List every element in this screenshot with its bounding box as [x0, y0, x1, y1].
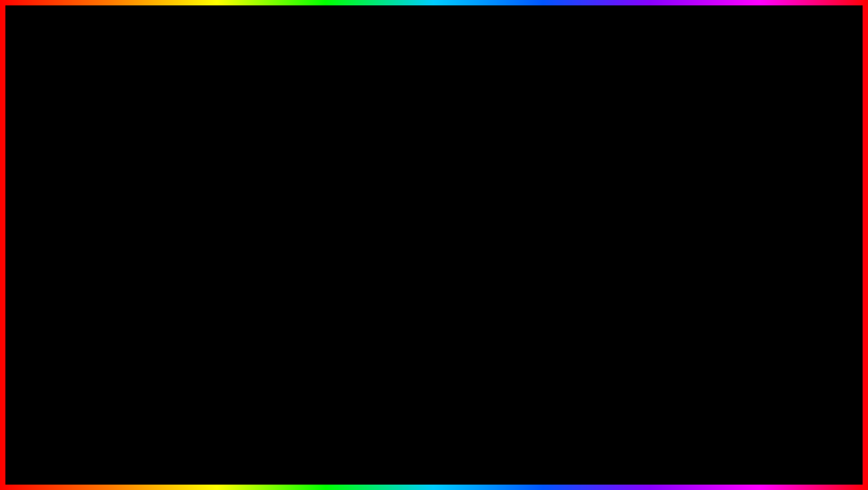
- lvl-badge-text: LVL 4000: [70, 151, 210, 185]
- farm-col: Farm ✕ --Sea 2 Status-- Sea 2 Quest: ✗ -…: [139, 192, 215, 314]
- auto-ken-row: Auto Ken: [218, 220, 287, 227]
- auto-tashi-label: Auto Tashi Blade: [142, 273, 179, 279]
- sidebar-item-webhook-w2[interactable]: Webhook: [103, 250, 139, 264]
- inf-geppo-row: Inf Geppo: [218, 229, 287, 236]
- window-2-close-icon[interactable]: ✕: [280, 181, 285, 186]
- turn-off-label: Turn off Start Farm before use: [142, 257, 212, 262]
- sidebar-item-graphic-w2[interactable]: Graphic: [103, 264, 139, 278]
- auto-ken-label: Auto Ken: [218, 221, 238, 226]
- window-2-content: Farm ✕ --Sea 2 Status-- Sea 2 Quest: ✗ -…: [139, 192, 290, 314]
- auto-tashi-toggle[interactable]: [197, 272, 212, 280]
- window-2-sidebar: Main Stats Teleport Misc Webhook Graphic…: [103, 192, 139, 314]
- window-1-title: Hoho Hub [King Legacy]: [54, 128, 122, 135]
- inf-geppo-toggle[interactable]: [273, 229, 287, 236]
- sidebar-item-graphic-w1[interactable]: Graphic: [49, 212, 94, 226]
- sidebar-item-information-w1[interactable]: Information: [49, 226, 94, 240]
- quest-row: Quest ‹: [142, 243, 212, 249]
- window-2-minimize-icon[interactable]: —: [271, 181, 276, 186]
- logo-title-text: KINGLEGACY: [783, 399, 809, 413]
- start-farm-row: Start Farm: [142, 234, 212, 241]
- update-script-label: SCRIPT PASTEBIN: [331, 423, 705, 470]
- misc-close-icon[interactable]: ✕: [446, 167, 452, 173]
- melee-chevron-s-icon[interactable]: ‹: [286, 245, 287, 250]
- use-z-row: Use Z: [218, 273, 287, 280]
- update-container: UPDATE 4.66 SCRIPT PASTEBIN: [19, 419, 849, 473]
- melee-chevron-icon[interactable]: ‹: [232, 153, 233, 158]
- auto-buso-row: Auto Buso: [218, 210, 287, 218]
- farm-header: Farm ✕: [142, 196, 212, 202]
- main-background: KING LEGACY LVL 4000 BRING ALL FRUIT Hoh…: [5, 5, 863, 485]
- start-farm-label: Start Farm: [142, 235, 166, 240]
- auto-shark-label: Auto Shark Blade: [142, 264, 181, 269]
- fruit-num-7: 7: [491, 224, 493, 229]
- sea2-status-label: --Sea 2 Status--: [142, 204, 212, 209]
- window-1-minimize-icon[interactable]: —: [217, 129, 222, 134]
- misc-window: Misc ✕ Bring All Fruit: [313, 163, 457, 212]
- target-label: Target: [218, 259, 232, 264]
- use-z-toggle[interactable]: [273, 273, 287, 280]
- fruit-item-3: 3 🥊: [319, 223, 360, 256]
- sidebar-item-webhook-w1[interactable]: Webhook: [49, 198, 94, 212]
- target-chevron-icon[interactable]: ‹: [286, 259, 287, 264]
- setting-close-icon[interactable]: ✕: [233, 196, 236, 200]
- window-1-close-icon[interactable]: ✕: [226, 129, 231, 134]
- fruit-icon-4: 💣: [374, 233, 390, 245]
- hop-server-label: Hop Server: [142, 225, 167, 231]
- window-1-titlebar: Hoho Hub [King Legacy] ✎ — ✕: [49, 126, 236, 138]
- auto-ken-toggle[interactable]: [273, 220, 287, 227]
- update-label: UPDATE: [19, 419, 215, 473]
- skills-setting-label: --Skills Setting--: [218, 267, 287, 272]
- fruit-icon-5: 🧴: [416, 233, 432, 245]
- char-setting-label: --Character Setting--: [218, 204, 287, 209]
- sidebar-item-teleport-w2[interactable]: Teleport: [103, 222, 139, 236]
- sidebar-item-misc-w2[interactable]: Misc: [103, 236, 139, 250]
- farm-close-icon[interactable]: ✕: [154, 196, 157, 200]
- sea2-quest-label: Sea 2 Quest:: [142, 210, 171, 216]
- sidebar-item-main-w2[interactable]: Main: [103, 194, 139, 208]
- window-2-controls: ✎ — ✕: [262, 181, 285, 186]
- auto-buso-label: Auto Buso: [218, 211, 241, 217]
- misc-bring-all-fruit: Bring All Fruit: [321, 180, 450, 193]
- setting-col: Setting ✕ --Character Setting-- Auto Bus…: [215, 192, 290, 314]
- fruit-num-8: 8: [533, 224, 536, 229]
- setting-header: Setting ✕: [218, 196, 287, 202]
- misc-title: Misc: [319, 166, 332, 173]
- logo-character-icon: 🎭: [781, 372, 812, 396]
- weapon-setting-label: --Weapon Setting--: [218, 239, 287, 244]
- melee-row-s: Melee ‹: [218, 245, 287, 250]
- auto-buso-toggle[interactable]: [273, 210, 287, 218]
- window-2-columns: Farm ✕ --Sea 2 Status-- Sea 2 Quest: ✗ -…: [139, 192, 290, 314]
- quest-chevron-icon[interactable]: ‹: [210, 244, 211, 249]
- quest-label: Quest: [142, 243, 155, 249]
- hop-server-row: Hop Server: [142, 224, 212, 232]
- window-1-controls: ✎ — ✕: [208, 129, 231, 134]
- misc-controls: ✕: [446, 167, 452, 173]
- fruit-num-5: 5: [406, 224, 409, 229]
- hop-server-toggle[interactable]: [197, 224, 212, 232]
- main-farm-label: --Main Farm--: [142, 218, 212, 223]
- misc-titlebar: Misc ✕: [315, 164, 456, 176]
- update-version: 4.66: [224, 419, 319, 473]
- fruit-icon-3: 🥊: [332, 233, 348, 245]
- window-2-pencil-icon[interactable]: ✎: [262, 181, 267, 186]
- bring-all-fruit-label: BRING ALL FRUIT: [431, 244, 692, 276]
- fruit-num-4: 4: [364, 224, 367, 229]
- fruit-num-6: 6: [448, 224, 451, 229]
- sea2-quest-row: Sea 2 Quest: ✗: [142, 210, 212, 216]
- inf-geppo-label: Inf Geppo: [218, 230, 239, 236]
- target-row: Target ‹: [218, 259, 287, 264]
- sidebar-item-stats-w2[interactable]: Stats: [103, 208, 139, 222]
- window-1-pencil-icon[interactable]: ✎: [208, 129, 213, 134]
- window-2: Hoho Hub [King Legacy] ✎ — ✕ Main Stats …: [102, 176, 291, 316]
- start-farm-toggle[interactable]: [197, 234, 212, 241]
- fruit-item-4: 4 💣: [362, 223, 402, 256]
- lvl-badge: LVL 4000: [59, 145, 220, 191]
- fruit-num-9: 9: [575, 224, 578, 229]
- sea2-quest-value: ✗: [208, 211, 212, 216]
- item-farm-label: --Item Farm--: [142, 251, 212, 256]
- misc-content: Bring All Fruit: [315, 176, 456, 197]
- melee-label-s: Melee: [218, 245, 231, 250]
- auto-shark-toggle[interactable]: [197, 263, 212, 270]
- use-z-label: Use Z: [218, 274, 231, 279]
- sidebar-item-information-w2[interactable]: Information: [103, 278, 139, 292]
